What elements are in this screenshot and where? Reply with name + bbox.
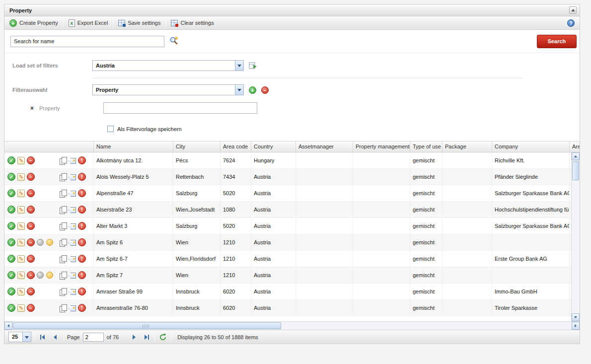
- remove-filter-icon[interactable]: ×: [30, 105, 36, 112]
- horizontal-scroll-thumb[interactable]: [13, 322, 281, 329]
- copy-icon[interactable]: [60, 157, 67, 164]
- remove-icon[interactable]: −: [27, 189, 35, 197]
- add-filter-button[interactable]: +: [249, 86, 256, 94]
- column-header-area[interactable]: Area: [570, 142, 580, 152]
- edit-note-icon[interactable]: ✎: [17, 288, 25, 295]
- approve-icon[interactable]: ✓: [7, 206, 15, 214]
- load-filterset-combo[interactable]: Austria: [92, 60, 244, 71]
- tag-icon[interactable]: [69, 222, 76, 229]
- table-row[interactable]: ✓✎−!Amraserstraße 76-80Innsbruck6020Aust…: [4, 300, 571, 316]
- chevron-down-icon[interactable]: [22, 332, 31, 342]
- next-page-button[interactable]: [129, 332, 139, 342]
- table-row[interactable]: ✓✎−!Am Spitz 6Wien1210Austriagemischt: [4, 234, 571, 251]
- first-page-button[interactable]: [38, 332, 48, 342]
- tag-icon[interactable]: [69, 157, 76, 164]
- approve-icon[interactable]: ✓: [7, 173, 15, 181]
- search-lookup-icon[interactable]: [169, 36, 178, 46]
- alert-icon[interactable]: !: [78, 222, 86, 230]
- alert-icon[interactable]: !: [78, 189, 86, 197]
- clear-settings-button[interactable]: Clear settings: [171, 20, 214, 26]
- alert-icon[interactable]: !: [78, 238, 86, 246]
- last-page-button[interactable]: [142, 332, 151, 342]
- copy-icon[interactable]: [60, 255, 67, 263]
- edit-note-icon[interactable]: ✎: [17, 173, 25, 181]
- horizontal-scrollbar[interactable]: [4, 321, 580, 330]
- alert-icon[interactable]: !: [78, 288, 86, 295]
- export-excel-button[interactable]: X Export Excel: [69, 19, 108, 27]
- approve-icon[interactable]: ✓: [7, 189, 15, 197]
- chevron-down-icon[interactable]: [235, 85, 243, 95]
- status-gray-icon[interactable]: [37, 272, 44, 279]
- table-row[interactable]: ✓✎−!Alkotmány utca 12.Pécs7624Hungarygem…: [4, 152, 571, 169]
- alert-icon[interactable]: !: [78, 173, 86, 181]
- status-gray-icon[interactable]: [37, 239, 44, 246]
- edit-note-icon[interactable]: ✎: [17, 190, 25, 197]
- table-row[interactable]: ✓✎−!Am Spitz 6-7Wien,Floridsdorf1210Aust…: [4, 251, 571, 267]
- copy-icon[interactable]: [60, 173, 67, 181]
- refresh-button[interactable]: [158, 332, 168, 342]
- tag-icon[interactable]: [69, 239, 76, 246]
- remove-filter-button[interactable]: −: [261, 86, 269, 94]
- scroll-right-button[interactable]: [572, 322, 580, 330]
- page-size-combo[interactable]: 25: [8, 332, 31, 342]
- scroll-down-button[interactable]: [572, 313, 580, 321]
- column-header-name[interactable]: Name: [94, 142, 173, 152]
- column-header-company[interactable]: Company: [492, 142, 570, 152]
- filter-select-combo[interactable]: Property: [92, 84, 244, 95]
- remove-icon[interactable]: −: [27, 288, 35, 295]
- alert-icon[interactable]: !: [78, 271, 86, 279]
- approve-icon[interactable]: ✓: [7, 304, 15, 312]
- column-header-property_management[interactable]: Property management: [353, 142, 410, 152]
- search-button[interactable]: Search: [537, 35, 577, 48]
- edit-note-icon[interactable]: ✎: [17, 272, 25, 279]
- column-header-assetmanager[interactable]: Assetmanager: [296, 142, 353, 152]
- status-yellow-icon[interactable]: [46, 272, 53, 279]
- tag-icon[interactable]: [69, 255, 76, 262]
- status-yellow-icon[interactable]: [46, 239, 53, 246]
- tag-icon[interactable]: [69, 272, 76, 279]
- column-header-type_of_use[interactable]: Type of use: [410, 142, 443, 152]
- alert-icon[interactable]: !: [78, 304, 86, 312]
- tag-icon[interactable]: [69, 288, 76, 295]
- scroll-left-button[interactable]: [4, 322, 12, 330]
- alert-icon[interactable]: !: [78, 206, 86, 214]
- prev-page-button[interactable]: [51, 332, 61, 342]
- remove-icon[interactable]: −: [27, 304, 35, 312]
- approve-icon[interactable]: ✓: [7, 222, 15, 230]
- help-icon[interactable]: ?: [567, 19, 575, 27]
- copy-icon[interactable]: [60, 222, 67, 230]
- chevron-down-icon[interactable]: [235, 61, 243, 71]
- column-header-area_code[interactable]: Area code: [221, 142, 251, 152]
- edit-note-icon[interactable]: ✎: [17, 222, 25, 230]
- approve-icon[interactable]: ✓: [7, 238, 15, 246]
- column-header-country[interactable]: Country: [251, 142, 296, 152]
- remove-icon[interactable]: −: [27, 255, 35, 263]
- approve-icon[interactable]: ✓: [7, 255, 15, 263]
- remove-icon[interactable]: −: [27, 222, 35, 230]
- column-header-city[interactable]: City: [173, 142, 221, 152]
- save-template-checkbox[interactable]: [107, 126, 114, 132]
- create-property-button[interactable]: + Create Property: [9, 19, 58, 27]
- edit-note-icon[interactable]: ✎: [17, 206, 25, 214]
- scroll-up-button[interactable]: [572, 152, 580, 160]
- edit-note-icon[interactable]: ✎: [17, 239, 25, 246]
- collapse-panel-button[interactable]: [569, 6, 577, 14]
- tag-icon[interactable]: [69, 190, 76, 197]
- copy-icon[interactable]: [60, 272, 67, 279]
- table-row[interactable]: ✓✎−!Alois Wessely-Platz 5Rettenbach7434A…: [4, 169, 571, 185]
- column-header-package[interactable]: Package: [443, 142, 492, 152]
- tag-icon[interactable]: [69, 206, 76, 213]
- remove-icon[interactable]: −: [27, 238, 35, 246]
- tag-icon[interactable]: [69, 173, 76, 180]
- alert-icon[interactable]: !: [78, 255, 86, 263]
- remove-icon[interactable]: −: [27, 271, 35, 279]
- table-row[interactable]: ✓✎−!Am Spitz 7Wien1210Austriagemischt: [4, 267, 571, 284]
- tag-icon[interactable]: [69, 304, 76, 311]
- copy-icon[interactable]: [60, 190, 67, 197]
- copy-icon[interactable]: [60, 288, 67, 295]
- remove-icon[interactable]: −: [27, 156, 35, 164]
- table-row[interactable]: ✓✎−!Alpenstraße 47Salzburg5020Austriagem…: [4, 185, 571, 202]
- edit-note-icon[interactable]: ✎: [17, 255, 25, 263]
- table-row[interactable]: ✓✎−!Amraser Straße 99Innsbruck6020Austri…: [4, 284, 571, 300]
- copy-icon[interactable]: [60, 206, 67, 214]
